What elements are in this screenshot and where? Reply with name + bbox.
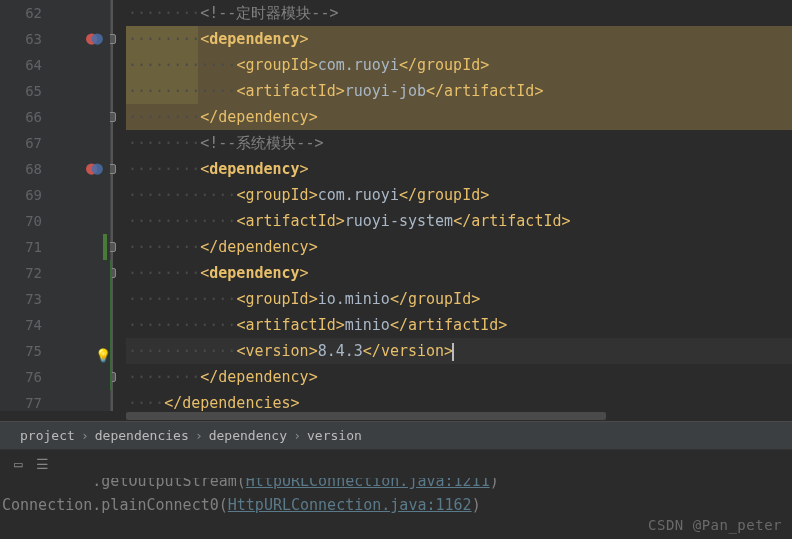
svg-point-3 (92, 163, 103, 174)
console-view-icon[interactable]: ▭ (14, 456, 22, 472)
scrollbar-thumb[interactable] (126, 412, 606, 420)
fold-column (110, 52, 126, 78)
gutter-marker (52, 390, 110, 411)
fold-column[interactable] (110, 260, 126, 286)
fold-column[interactable] (110, 234, 126, 260)
fold-column (110, 78, 126, 104)
line-number: 77 (0, 390, 52, 411)
fold-column[interactable] (110, 104, 126, 130)
bottom-panel: ▭ ☰ .getOutputStream(HttpURLConnection.j… (0, 449, 792, 539)
line-number: 72 (0, 260, 52, 286)
maven-dependency-icon[interactable] (86, 160, 104, 178)
breadcrumb-item[interactable]: version (297, 428, 372, 443)
gutter-marker (52, 312, 110, 338)
code-line[interactable]: 77 ····</dependencies> (0, 390, 792, 411)
tool-icon-bar: ▭ ☰ (0, 450, 792, 478)
gutter-marker (52, 234, 110, 260)
line-number: 64 (0, 52, 52, 78)
code-line[interactable]: 63 ········<dependency> (0, 26, 792, 52)
line-number: 74 (0, 312, 52, 338)
line-number: 76 (0, 364, 52, 390)
fold-column (110, 312, 126, 338)
code-line[interactable]: 69 ············<groupId>com.ruoyi</group… (0, 182, 792, 208)
fold-column (110, 390, 126, 411)
fold-column (110, 286, 126, 312)
fold-column (110, 208, 126, 234)
gutter-marker (52, 208, 110, 234)
gutter-marker (52, 78, 110, 104)
code-line[interactable]: 65 ············<artifactId>ruoyi-job</ar… (0, 78, 792, 104)
gutter-marker (52, 130, 110, 156)
gutter-marker (52, 52, 110, 78)
fold-column[interactable] (110, 26, 126, 52)
tree-view-icon[interactable]: ☰ (36, 456, 49, 472)
code-line[interactable]: 67 ········<!--系统模块--> (0, 130, 792, 156)
line-number: 66 (0, 104, 52, 130)
line-number: 73 (0, 286, 52, 312)
console-output[interactable]: .getOutputStream(HttpURLConnection.java:… (0, 478, 792, 518)
line-number: 67 (0, 130, 52, 156)
line-number: 65 (0, 78, 52, 104)
gutter-marker (52, 0, 110, 26)
code-line[interactable]: 64 ············<groupId>com.ruoyi</group… (0, 52, 792, 78)
text-caret (452, 343, 454, 361)
fold-column (110, 338, 126, 364)
gutter-marker (52, 104, 110, 130)
change-bar (110, 260, 112, 390)
code-line[interactable]: 72 ········<dependency> (0, 260, 792, 286)
code-line[interactable]: 74 ············<artifactId>minio</artifa… (0, 312, 792, 338)
code-line-current[interactable]: 💡 75 ············<version>8.4.3</version… (0, 338, 792, 364)
breadcrumb-item[interactable]: dependencies (85, 428, 199, 443)
gutter-marker (52, 286, 110, 312)
stacktrace-link[interactable]: HttpURLConnection.java:1162 (228, 496, 472, 514)
fold-column (110, 182, 126, 208)
breadcrumb-item[interactable]: dependency (199, 428, 297, 443)
console-line: Connection.plainConnect0(HttpURLConnecti… (2, 492, 792, 518)
line-number: 69 (0, 182, 52, 208)
intention-bulb-icon[interactable]: 💡 (95, 343, 111, 369)
horizontal-scrollbar[interactable] (126, 411, 792, 421)
line-number: 62 (0, 0, 52, 26)
watermark-text: CSDN @Pan_peter (648, 517, 782, 533)
code-line[interactable]: 71 ········</dependency> (0, 234, 792, 260)
code-line[interactable]: 62 ········<!--定时器模块--> (0, 0, 792, 26)
gutter-marker (52, 182, 110, 208)
line-number: 75 (0, 338, 52, 364)
maven-dependency-icon[interactable] (86, 30, 104, 48)
code-line[interactable]: 76 ········</dependency> (0, 364, 792, 390)
gutter-marker (52, 260, 110, 286)
code-line[interactable]: 68 ········<dependency> (0, 156, 792, 182)
fold-column[interactable] (110, 364, 126, 390)
line-number: 70 (0, 208, 52, 234)
code-editor[interactable]: 62 ········<!--定时器模块--> 63 ········<depe… (0, 0, 792, 421)
breadcrumb-item[interactable]: project (10, 428, 85, 443)
line-number: 71 (0, 234, 52, 260)
fold-column (110, 130, 126, 156)
line-number: 68 (0, 156, 52, 182)
line-number: 63 (0, 26, 52, 52)
fold-column[interactable] (110, 156, 126, 182)
code-line[interactable]: 73 ············<groupId>io.minio</groupI… (0, 286, 792, 312)
code-line[interactable]: 70 ············<artifactId>ruoyi-system<… (0, 208, 792, 234)
svg-point-1 (92, 33, 103, 44)
code-area[interactable]: 62 ········<!--定时器模块--> 63 ········<depe… (0, 0, 792, 411)
fold-column (110, 0, 126, 26)
console-line: .getOutputStream(HttpURLConnection.java:… (2, 478, 792, 492)
stacktrace-link[interactable]: HttpURLConnection.java:1211 (246, 478, 490, 490)
code-line[interactable]: 66 ········</dependency> (0, 104, 792, 130)
breadcrumb-bar: project dependencies dependency version (0, 421, 792, 449)
